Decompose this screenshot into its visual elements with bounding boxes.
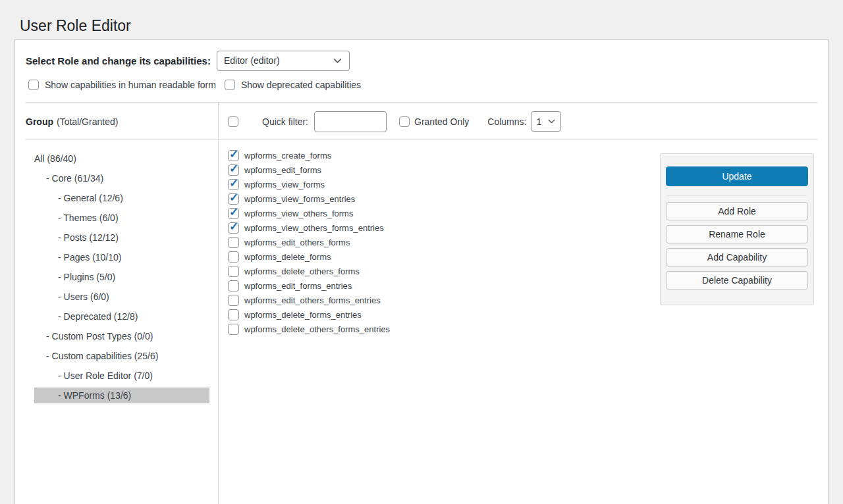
secondary-actions: Add Role Rename Role Add Capability Dele… xyxy=(666,202,808,290)
groups-column: Group (Total/Granted) All (86/40) - Core… xyxy=(15,103,219,504)
divider xyxy=(667,195,807,196)
capability-name: wpforms_delete_others_forms xyxy=(244,266,360,276)
granted-only-label: Granted Only xyxy=(414,116,469,127)
group-tree-item[interactable]: - Plugins (5/0) xyxy=(34,269,209,285)
capability-name: wpforms_view_others_forms xyxy=(244,209,353,218)
deprecated-checkbox[interactable] xyxy=(225,80,235,90)
group-tree-item[interactable]: - Themes (6/0) xyxy=(34,210,209,226)
capability-name: wpforms_edit_others_forms xyxy=(244,238,350,247)
human-readable-toggle: Show capabilities in human readable form xyxy=(28,80,216,90)
user-role-editor-panel: Select Role and change its capabilities:… xyxy=(14,39,829,504)
group-tree: All (86/40) - Core (61/34) - General (12… xyxy=(15,140,218,403)
update-button[interactable]: Update xyxy=(666,166,808,186)
capability-name: wpforms_edit_forms_entries xyxy=(244,281,352,291)
action-button[interactable]: Rename Role xyxy=(666,225,808,243)
quick-filter-label: Quick filter: xyxy=(262,116,308,127)
filter-row: Quick filter: Granted Only Columns: 1 xyxy=(219,103,828,140)
action-button[interactable]: Add Role xyxy=(666,202,808,220)
capability-name: wpforms_view_forms_entries xyxy=(244,194,355,204)
human-readable-checkbox[interactable] xyxy=(28,80,39,90)
capability-row[interactable]: wpforms_delete_others_forms_entries xyxy=(228,322,828,336)
capability-checkbox[interactable] xyxy=(228,222,239,234)
capability-checkbox[interactable] xyxy=(228,150,239,161)
group-tree-item[interactable]: - Deprecated (12/8) xyxy=(34,309,209,324)
group-tree-item[interactable]: - General (12/6) xyxy=(34,190,209,206)
capability-checkbox[interactable] xyxy=(228,266,239,277)
capability-checkbox[interactable] xyxy=(228,251,239,263)
role-select-value: Editor (editor) xyxy=(224,55,280,66)
group-label: Group xyxy=(26,116,53,127)
capability-name: wpforms_edit_others_forms_entries xyxy=(244,295,381,305)
deprecated-label: Show deprecated capabilities xyxy=(241,80,361,90)
capability-row[interactable]: wpforms_delete_forms_entries xyxy=(228,307,828,322)
group-header: Group (Total/Granted) xyxy=(15,103,218,140)
group-tree-item[interactable]: All (86/40) xyxy=(34,151,209,166)
group-tree-item[interactable]: - Users (6/0) xyxy=(34,289,209,305)
capability-name: wpforms_create_forms xyxy=(244,151,331,161)
chevron-down-icon xyxy=(333,56,342,66)
capability-checkbox[interactable] xyxy=(228,324,239,335)
group-tree-item[interactable]: - User Role Editor (7/0) xyxy=(34,368,209,384)
capability-name: wpforms_view_others_forms_entries xyxy=(244,223,384,233)
role-selector-label: Select Role and change its capabilities: xyxy=(26,55,211,66)
capability-name: wpforms_delete_others_forms_entries xyxy=(244,324,390,334)
capabilities-column: Quick filter: Granted Only Columns: 1 xyxy=(219,103,828,504)
capability-checkbox[interactable] xyxy=(228,208,239,219)
group-tree-item[interactable]: - WPForms (13/6) xyxy=(34,388,209,403)
select-all-checkbox[interactable] xyxy=(228,116,238,127)
group-suffix: (Total/Granted) xyxy=(57,116,118,127)
group-tree-item[interactable]: - Pages (10/10) xyxy=(34,249,209,265)
role-selector-row: Select Role and change its capabilities:… xyxy=(15,40,828,72)
capability-name: wpforms_view_forms xyxy=(244,180,325,189)
capability-checkbox[interactable] xyxy=(228,280,239,291)
group-tree-item[interactable]: - Posts (12/12) xyxy=(34,230,209,245)
quick-filter-input[interactable] xyxy=(314,111,387,132)
role-select[interactable]: Editor (editor) xyxy=(217,51,350,71)
capability-checkbox[interactable] xyxy=(228,237,239,248)
page-title: User Role Editor xyxy=(20,16,843,36)
display-options-row: Show capabilities in human readable form… xyxy=(15,78,828,91)
main-area: Group (Total/Granted) All (86/40) - Core… xyxy=(15,103,828,504)
columns-select-value: 1 xyxy=(536,116,541,127)
chevron-down-icon xyxy=(547,117,556,126)
actions-panel: Update Add Role Rename Role Add Capabili… xyxy=(660,153,814,305)
granted-only-checkbox[interactable] xyxy=(399,116,410,127)
group-tree-item[interactable]: - Core (61/34) xyxy=(34,170,209,186)
capability-name: wpforms_delete_forms_entries xyxy=(244,310,362,320)
capability-checkbox[interactable] xyxy=(228,193,239,205)
capability-name: wpforms_delete_forms xyxy=(244,252,331,262)
columns-select[interactable]: 1 xyxy=(531,111,561,132)
capability-checkbox[interactable] xyxy=(228,179,239,190)
capability-checkbox[interactable] xyxy=(228,164,239,176)
action-button[interactable]: Add Capability xyxy=(666,248,808,266)
capability-checkbox[interactable] xyxy=(228,295,239,306)
deprecated-toggle: Show deprecated capabilities xyxy=(225,80,361,90)
columns-label: Columns: xyxy=(487,116,526,127)
human-readable-label: Show capabilities in human readable form xyxy=(45,80,216,90)
action-button[interactable]: Delete Capability xyxy=(666,271,808,290)
capability-checkbox[interactable] xyxy=(228,309,239,320)
group-tree-item[interactable]: - Custom capabilities (25/6) xyxy=(34,348,209,364)
group-tree-item[interactable]: - Custom Post Types (0/0) xyxy=(34,328,209,344)
capability-name: wpforms_edit_forms xyxy=(244,165,321,175)
